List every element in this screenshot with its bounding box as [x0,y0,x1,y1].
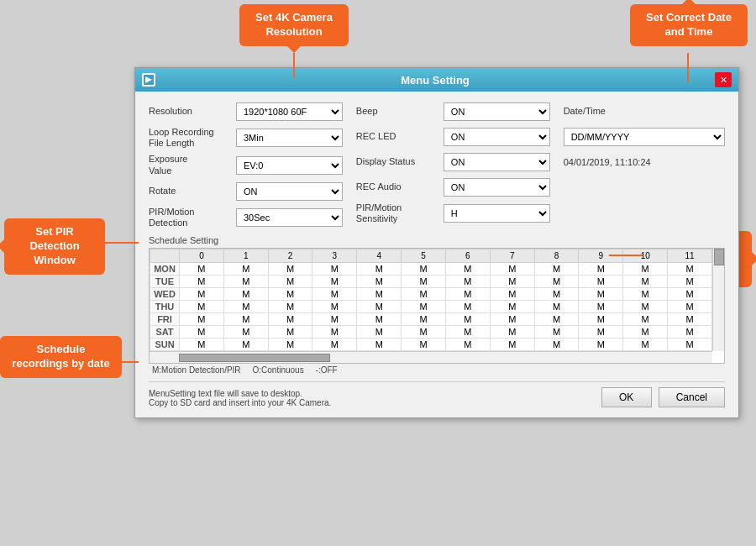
scrollbar-vertical[interactable] [712,249,724,351]
schedule-cell-tue-7[interactable]: M [490,276,534,288]
schedule-cell-fri-8[interactable]: M [534,313,579,326]
schedule-cell-tue-2[interactable]: M [268,276,312,288]
recled-select[interactable]: ON [444,128,550,146]
schedule-cell-mon-6[interactable]: M [445,263,490,276]
schedule-cell-sun-3[interactable]: M [312,339,357,351]
exposure-select[interactable]: EV:0 [236,156,343,175]
schedule-cell-tue-9[interactable]: M [579,276,623,288]
schedule-cell-wed-5[interactable]: M [402,288,446,301]
schedule-cell-sat-4[interactable]: M [357,326,402,339]
schedule-cell-mon-2[interactable]: M [268,263,312,276]
schedule-cell-fri-2[interactable]: M [268,313,312,326]
schedule-cell-sun-7[interactable]: M [490,339,534,351]
schedule-cell-thu-0[interactable]: M [180,301,224,313]
schedule-cell-thu-9[interactable]: M [579,301,623,313]
schedule-cell-sun-2[interactable]: M [268,339,312,351]
beep-select[interactable]: ON [444,102,550,121]
schedule-cell-sun-5[interactable]: M [402,339,446,351]
pir-select[interactable]: 30Sec [236,208,343,227]
schedule-cell-tue-11[interactable]: M [668,276,712,288]
schedule-cell-mon-4[interactable]: M [357,263,402,276]
schedule-cell-wed-8[interactable]: M [534,288,579,301]
scrollbar-thumb-h[interactable] [179,354,330,362]
scrollbar-horizontal[interactable] [150,351,712,363]
schedule-cell-tue-6[interactable]: M [445,276,490,288]
schedule-cell-wed-11[interactable]: M [668,288,712,301]
schedule-cell-thu-10[interactable]: M [623,301,668,313]
schedule-cell-wed-9[interactable]: M [579,288,623,301]
schedule-cell-wed-3[interactable]: M [312,288,357,301]
schedule-cell-thu-2[interactable]: M [268,301,312,313]
schedule-cell-sun-9[interactable]: M [579,339,623,351]
schedule-cell-sat-2[interactable]: M [268,326,312,339]
datetime-format-select[interactable]: DD/MM/YYYY [564,128,725,146]
schedule-cell-sat-11[interactable]: M [668,326,712,339]
schedule-cell-fri-11[interactable]: M [668,313,712,326]
close-button[interactable]: ✕ [715,72,732,87]
schedule-cell-tue-8[interactable]: M [534,276,579,288]
schedule-cell-wed-6[interactable]: M [445,288,490,301]
scrollbar-thumb-v[interactable] [714,249,724,265]
resolution-select[interactable]: 1920*1080 60F [236,102,343,121]
schedule-cell-fri-7[interactable]: M [490,313,534,326]
schedule-cell-mon-3[interactable]: M [312,263,357,276]
schedule-cell-sun-10[interactable]: M [623,339,668,351]
schedule-cell-thu-6[interactable]: M [445,301,490,313]
schedule-cell-sat-5[interactable]: M [402,326,446,339]
display-select[interactable]: ON [444,153,550,171]
schedule-cell-tue-1[interactable]: M [223,276,268,288]
schedule-cell-tue-4[interactable]: M [357,276,402,288]
schedule-cell-sat-1[interactable]: M [223,326,268,339]
schedule-cell-wed-2[interactable]: M [268,288,312,301]
schedule-cell-thu-7[interactable]: M [490,301,534,313]
schedule-cell-sun-1[interactable]: M [223,339,268,351]
schedule-cell-tue-10[interactable]: M [623,276,668,288]
rotate-select[interactable]: ON [236,182,343,201]
schedule-cell-fri-10[interactable]: M [623,313,668,326]
schedule-cell-sat-9[interactable]: M [579,326,623,339]
schedule-cell-thu-3[interactable]: M [312,301,357,313]
schedule-cell-sat-6[interactable]: M [445,326,490,339]
cancel-button[interactable]: Cancel [659,387,725,407]
schedule-cell-sun-6[interactable]: M [445,339,490,351]
schedule-cell-tue-5[interactable]: M [402,276,446,288]
pirsens-select[interactable]: H [444,204,550,223]
schedule-cell-fri-3[interactable]: M [312,313,357,326]
schedule-cell-sat-7[interactable]: M [490,326,534,339]
schedule-cell-mon-0[interactable]: M [180,263,224,276]
schedule-cell-sat-10[interactable]: M [623,326,668,339]
schedule-cell-thu-11[interactable]: M [668,301,712,313]
schedule-cell-fri-5[interactable]: M [402,313,446,326]
loop-select[interactable]: 3Min [236,129,343,147]
schedule-cell-mon-11[interactable]: M [668,263,712,276]
schedule-cell-sun-8[interactable]: M [534,339,579,351]
schedule-cell-mon-1[interactable]: M [223,263,268,276]
schedule-cell-mon-8[interactable]: M [534,263,579,276]
schedule-cell-sat-8[interactable]: M [534,326,579,339]
schedule-cell-mon-5[interactable]: M [402,263,446,276]
schedule-cell-wed-1[interactable]: M [223,288,268,301]
schedule-cell-wed-0[interactable]: M [180,288,224,301]
schedule-cell-thu-4[interactable]: M [357,301,402,313]
schedule-cell-fri-0[interactable]: M [180,313,224,326]
schedule-cell-wed-10[interactable]: M [623,288,668,301]
schedule-cell-tue-0[interactable]: M [180,276,224,288]
schedule-cell-wed-7[interactable]: M [490,288,534,301]
schedule-cell-sat-0[interactable]: M [180,326,224,339]
schedule-cell-fri-4[interactable]: M [357,313,402,326]
schedule-cell-sun-4[interactable]: M [357,339,402,351]
schedule-cell-sat-3[interactable]: M [312,326,357,339]
schedule-cell-mon-7[interactable]: M [490,263,534,276]
schedule-cell-wed-4[interactable]: M [357,288,402,301]
schedule-cell-fri-9[interactable]: M [579,313,623,326]
schedule-cell-tue-3[interactable]: M [312,276,357,288]
schedule-cell-mon-9[interactable]: M [579,263,623,276]
recaudio-select[interactable]: ON [444,178,550,197]
ok-button[interactable]: OK [601,387,652,407]
schedule-cell-mon-10[interactable]: M [623,263,668,276]
schedule-cell-thu-8[interactable]: M [534,301,579,313]
schedule-cell-fri-6[interactable]: M [445,313,490,326]
schedule-cell-sun-11[interactable]: M [668,339,712,351]
schedule-cell-thu-1[interactable]: M [223,301,268,313]
schedule-cell-thu-5[interactable]: M [402,301,446,313]
